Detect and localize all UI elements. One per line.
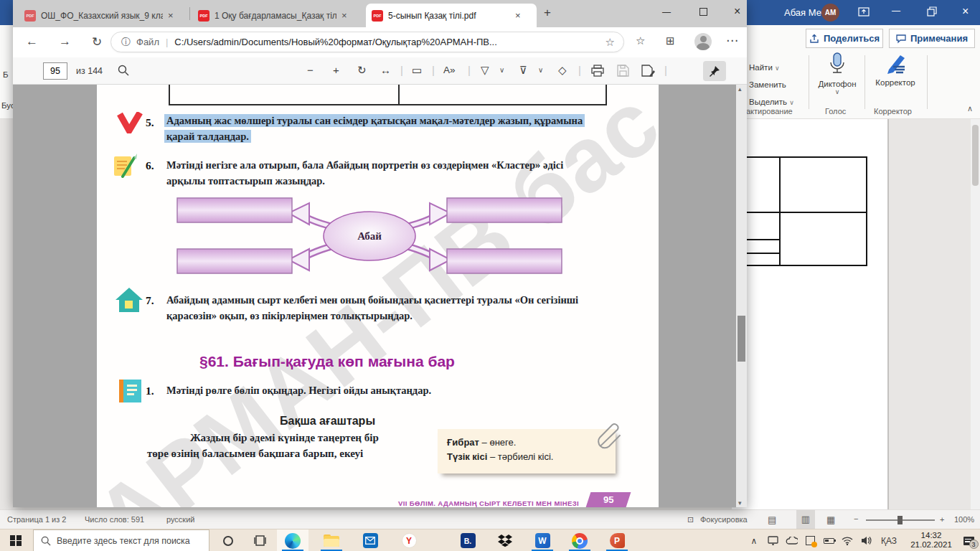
- pdf-scrollbar[interactable]: ▴ ▾: [736, 85, 747, 507]
- taskbar-chrome-icon[interactable]: [564, 529, 595, 551]
- tray-onedrive-icon[interactable]: [782, 529, 801, 551]
- forward-button[interactable]: →: [59, 34, 71, 49]
- address-url: C:/Users/admin/Documents/Новый%20формат/…: [174, 37, 605, 47]
- scroll-up-icon[interactable]: ▴: [738, 85, 742, 93]
- browser-tab-active[interactable]: PDF 5-сынып Қазақ тілі.pdf ×: [366, 4, 537, 27]
- web-layout-button[interactable]: ▦: [826, 514, 835, 525]
- browser-tab[interactable]: PDF 1 Оқу бағдарламасы_Қазақ тілі ×: [192, 4, 363, 27]
- tab-close-icon[interactable]: ×: [341, 10, 347, 21]
- tab-close-icon[interactable]: ×: [168, 10, 174, 21]
- edge-minimize-button[interactable]: —: [662, 7, 671, 17]
- cluster-center-label: Абай: [357, 230, 382, 242]
- draw-menu-chevron[interactable]: ∨: [499, 66, 504, 74]
- browser-tab[interactable]: PDF ОШ_ФО_Казахский язык_9 клас ×: [19, 4, 188, 27]
- tray-battery-icon[interactable]: [819, 529, 838, 551]
- zoom-in-button[interactable]: +: [940, 515, 944, 524]
- ribbon-display-options-icon[interactable]: [858, 6, 870, 21]
- address-divider: |: [166, 37, 168, 47]
- zoom-slider-thumb[interactable]: [897, 516, 903, 524]
- save-as-icon[interactable]: [641, 65, 655, 80]
- action-center-icon[interactable]: 3: [957, 529, 980, 551]
- word-minimize-button[interactable]: —: [892, 6, 900, 16]
- zoom-out-button[interactable]: −: [854, 514, 858, 523]
- zoom-percent[interactable]: 100%: [954, 515, 974, 524]
- page-count-label: из 144: [76, 66, 103, 76]
- status-word-count[interactable]: Число слов: 591: [85, 515, 144, 524]
- taskbar-booking-icon[interactable]: B.: [452, 529, 484, 551]
- tray-volume-icon[interactable]: [857, 529, 875, 551]
- read-aloud-icon[interactable]: A»: [443, 65, 456, 75]
- tray-clock[interactable]: 14:32 21.02.2021: [905, 531, 957, 550]
- edge-close-button[interactable]: ×: [734, 5, 740, 18]
- focus-mode-icon[interactable]: ⊡: [687, 515, 694, 524]
- select-menu[interactable]: Выделить ∨: [749, 98, 794, 106]
- print-icon[interactable]: [591, 65, 604, 80]
- back-button[interactable]: ←: [26, 34, 38, 49]
- collapse-ribbon-button[interactable]: ∧: [967, 104, 973, 113]
- word-close-button[interactable]: ×: [962, 5, 969, 18]
- tray-cast-icon[interactable]: [763, 529, 782, 551]
- more-menu-icon[interactable]: ⋯: [726, 33, 738, 48]
- edge-maximize-button[interactable]: [699, 8, 707, 16]
- rotate-icon[interactable]: ↻: [357, 64, 367, 77]
- find-menu[interactable]: Найти ∨: [749, 63, 780, 72]
- focus-mode-label[interactable]: Фокусировка: [700, 515, 748, 524]
- new-tab-button[interactable]: +: [544, 6, 551, 20]
- zoom-in-icon[interactable]: +: [333, 64, 339, 76]
- refresh-button[interactable]: ↻: [92, 34, 102, 50]
- page-number-input[interactable]: 95: [43, 62, 67, 80]
- profile-avatar[interactable]: [694, 33, 712, 50]
- draw-icon[interactable]: ▽: [481, 64, 489, 77]
- share-button[interactable]: Поделиться: [806, 29, 883, 48]
- tab-title: ОШ_ФО_Казахский язык_9 клас: [41, 11, 163, 21]
- site-info-icon[interactable]: ⓘ: [121, 36, 131, 49]
- zoom-slider-track[interactable]: [866, 519, 935, 521]
- pin-toolbar-button[interactable]: [703, 61, 726, 81]
- erase-icon[interactable]: ◇: [558, 64, 567, 77]
- tray-wifi-icon[interactable]: [838, 529, 857, 551]
- pdf-scrollbar-thumb[interactable]: [738, 316, 745, 362]
- taskbar-dropbox-icon[interactable]: [489, 529, 521, 551]
- ribbon-fragment: Б: [3, 70, 9, 79]
- highlight-menu-chevron[interactable]: ∨: [538, 66, 543, 74]
- zoom-out-icon[interactable]: −: [307, 64, 314, 76]
- tray-show-hidden-icon[interactable]: ∧: [745, 529, 763, 551]
- status-page-info[interactable]: Страница 1 из 2: [7, 515, 66, 524]
- taskbar: Введите здесь текст для поиска Y: [0, 529, 980, 551]
- word-scrollbar[interactable]: [971, 119, 980, 509]
- replace-button[interactable]: Заменить: [749, 80, 786, 89]
- pdf-search-icon[interactable]: [118, 65, 129, 79]
- word-scrollbar-thumb[interactable]: [972, 125, 979, 186]
- task-view-button[interactable]: [244, 529, 275, 551]
- taskbar-search-input[interactable]: Введите здесь текст для поиска: [33, 529, 209, 551]
- tray-language-indicator[interactable]: ҚАЗ: [875, 529, 903, 551]
- print-layout-button[interactable]: ▥: [796, 510, 815, 529]
- tray-sync-icon[interactable]: [801, 529, 819, 551]
- word-restore-button[interactable]: [927, 6, 937, 19]
- taskbar-powerpoint-icon[interactable]: P: [601, 529, 633, 551]
- taskbar-edge-icon[interactable]: [277, 529, 308, 551]
- favorites-bar-icon[interactable]: ☆: [636, 34, 645, 47]
- taskbar-explorer-icon[interactable]: [316, 529, 347, 551]
- dictate-button[interactable]: Диктофон ∨: [812, 52, 862, 95]
- ribbon-separator: [809, 55, 809, 109]
- page-view-icon[interactable]: ▭: [412, 64, 422, 77]
- cortana-button[interactable]: [212, 529, 244, 551]
- collections-icon[interactable]: ⊞: [666, 34, 675, 47]
- tab-close-icon[interactable]: ×: [515, 10, 521, 21]
- highlight-icon[interactable]: ⊽: [519, 64, 527, 77]
- address-bar[interactable]: ⓘ Файл | C:/Users/admin/Documents/Новый%…: [110, 32, 624, 52]
- taskbar-word-icon[interactable]: W: [527, 529, 558, 551]
- account-avatar[interactable]: АМ: [821, 4, 839, 22]
- read-mode-button[interactable]: ▤: [768, 514, 776, 525]
- add-favorite-icon[interactable]: ☆: [606, 36, 615, 49]
- scroll-down-icon[interactable]: ▾: [738, 499, 742, 507]
- taskbar-yandex-icon[interactable]: Y: [393, 529, 425, 551]
- start-button[interactable]: [0, 529, 32, 551]
- fit-width-icon[interactable]: ↔: [380, 64, 391, 76]
- comments-button[interactable]: Примечания: [889, 29, 975, 48]
- taskbar-mail-icon[interactable]: [354, 529, 386, 551]
- editor-button[interactable]: Корректор: [868, 52, 923, 87]
- status-language[interactable]: русский: [166, 515, 194, 524]
- vocab-entry: Ғибрат – өнеге.: [447, 437, 516, 448]
